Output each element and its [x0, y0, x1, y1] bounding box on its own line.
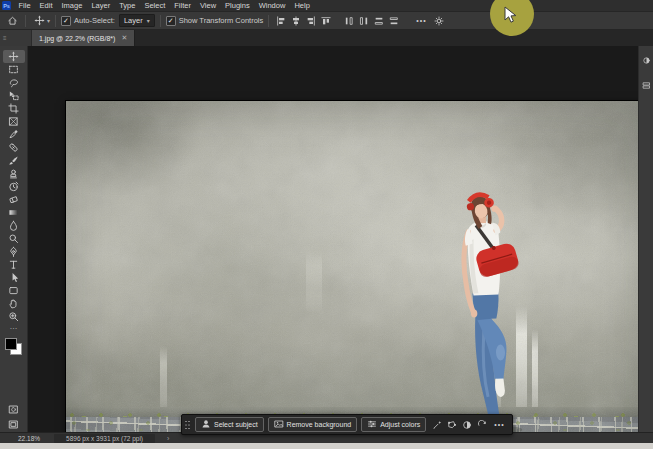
show-transform-label: Show Transform Controls [179, 16, 264, 25]
document-tab[interactable]: 1.jpg @ 22.2% (RGB/8*) ✕ [32, 30, 135, 46]
chevron-down-icon: ▾ [147, 17, 150, 24]
edit-toolbar-icon[interactable]: … [10, 323, 18, 333]
healing-brush-tool[interactable] [3, 141, 25, 154]
menu-help[interactable]: Help [290, 0, 314, 11]
adjust-colors-button[interactable]: Adjust colors [361, 417, 426, 432]
paint-drip [532, 329, 538, 417]
marquee-tool[interactable] [3, 63, 25, 76]
quick-mask-tool[interactable] [3, 403, 25, 416]
move-tool-icon[interactable] [31, 14, 47, 28]
document-info[interactable]: 5896 px x 3931 px (72 ppi) [54, 434, 155, 443]
photoshop-logo[interactable]: Ps [2, 1, 11, 10]
foreground-color-swatch[interactable] [5, 338, 17, 350]
menu-image[interactable]: Image [57, 0, 87, 11]
dist-horizontal-a-icon[interactable] [372, 14, 385, 28]
select-subject-button[interactable]: Select subject [195, 417, 264, 432]
align-left-icon[interactable] [274, 14, 287, 28]
remove-background-button[interactable]: Remove background [268, 417, 358, 432]
eyedropper-tool[interactable] [3, 128, 25, 141]
eraser-tool[interactable] [3, 193, 25, 206]
menu-select[interactable]: Select [140, 0, 170, 11]
distribute-icons-group [342, 14, 400, 28]
menu-type[interactable]: Type [115, 0, 140, 11]
subject-woman [443, 181, 528, 438]
menu-window[interactable]: Window [254, 0, 290, 11]
hand-tool[interactable] [3, 297, 25, 310]
history-brush-tool[interactable] [3, 180, 25, 193]
menu-plugins[interactable]: Plugins [221, 0, 255, 11]
transform-warp-icon[interactable] [445, 418, 458, 431]
gear-icon[interactable] [431, 14, 447, 28]
menu-filter[interactable]: Filter [170, 0, 196, 11]
photoshop-window: Ps FileEditImageLayerTypeSelectFilterVie… [0, 0, 653, 449]
lasso-tool[interactable] [3, 76, 25, 89]
dodge-tool[interactable] [3, 232, 25, 245]
pen-tool[interactable] [3, 245, 25, 258]
dist-horizontal-b-icon[interactable] [387, 14, 400, 28]
button-label: Remove background [287, 421, 352, 428]
close-icon[interactable]: ✕ [121, 34, 127, 42]
auto-select-label: Auto-Select: [74, 16, 115, 25]
person-icon [201, 419, 211, 430]
wall-stain [306, 251, 322, 311]
home-icon[interactable] [4, 14, 20, 28]
divider [55, 15, 56, 27]
divider [25, 15, 26, 27]
canvas-document[interactable] [66, 101, 645, 449]
menu-bar: Ps FileEditImageLayerTypeSelectFilterVie… [0, 0, 653, 12]
auto-select-target-dropdown[interactable]: Layer ▾ [119, 14, 155, 27]
clone-stamp-tool[interactable] [3, 167, 25, 180]
target-value: Layer [124, 16, 143, 25]
collapsed-panels-strip [638, 46, 653, 432]
menu-edit[interactable]: Edit [35, 0, 57, 11]
button-label: Adjust colors [380, 421, 420, 428]
canvas-pasteboard [28, 46, 638, 432]
menu-file[interactable]: File [14, 0, 35, 11]
dist-vertical-b-icon[interactable] [357, 14, 370, 28]
move-tool[interactable] [3, 50, 25, 63]
blur-tool[interactable] [3, 219, 25, 232]
color-swatches[interactable] [5, 338, 22, 355]
status-chevron-icon[interactable]: › [167, 435, 169, 442]
tools-panel: … [0, 46, 28, 432]
gradient-tool[interactable] [3, 206, 25, 219]
brush-tool[interactable] [3, 154, 25, 167]
align-icons-group [274, 14, 332, 28]
window-bottom-edge [0, 443, 653, 449]
menu-layer[interactable]: Layer [87, 0, 115, 11]
document-tab-title: 1.jpg @ 22.2% (RGB/8*) [39, 35, 115, 42]
align-top-icon[interactable] [319, 14, 332, 28]
tools-panel-header[interactable]: ≡ [0, 30, 32, 46]
libraries-panel-icon[interactable] [642, 76, 651, 94]
divider [268, 15, 269, 27]
type-tool[interactable] [3, 258, 25, 271]
dist-vertical-a-icon[interactable] [342, 14, 355, 28]
adjustments-panel-icon[interactable] [642, 51, 651, 69]
image-icon [274, 419, 284, 430]
frame-tool[interactable] [3, 115, 25, 128]
paint-drip [160, 346, 167, 414]
paint-icon[interactable] [430, 418, 443, 431]
sliders-icon [367, 419, 377, 430]
object-selection-tool[interactable] [3, 89, 25, 102]
taskbar-more-icon[interactable]: ••• [492, 421, 506, 428]
path-selection-tool[interactable] [3, 271, 25, 284]
align-center-h-icon[interactable] [289, 14, 302, 28]
more-options-icon[interactable]: ••• [412, 17, 430, 24]
button-label: Select subject [214, 421, 258, 428]
screen-mode-tool[interactable] [3, 418, 25, 431]
show-transform-checkbox[interactable]: ✓ [166, 16, 176, 26]
taskbar-drag-handle[interactable] [185, 420, 190, 430]
menu-view[interactable]: View [195, 0, 220, 11]
zoom-level[interactable]: 22.18% [18, 435, 40, 442]
contrast-icon[interactable] [460, 418, 473, 431]
auto-select-checkbox[interactable]: ✓ [61, 16, 71, 26]
divider [160, 15, 161, 27]
mouse-cursor [504, 6, 518, 24]
chevron-down-icon[interactable]: ▾ [47, 17, 50, 24]
options-bar: ▾ ✓ Auto-Select: Layer ▾ ✓ Show Transfor… [0, 12, 653, 30]
rotate-canvas-icon[interactable] [475, 418, 488, 431]
align-right-icon[interactable] [304, 14, 317, 28]
shape-tool[interactable] [3, 284, 25, 297]
crop-tool[interactable] [3, 102, 25, 115]
